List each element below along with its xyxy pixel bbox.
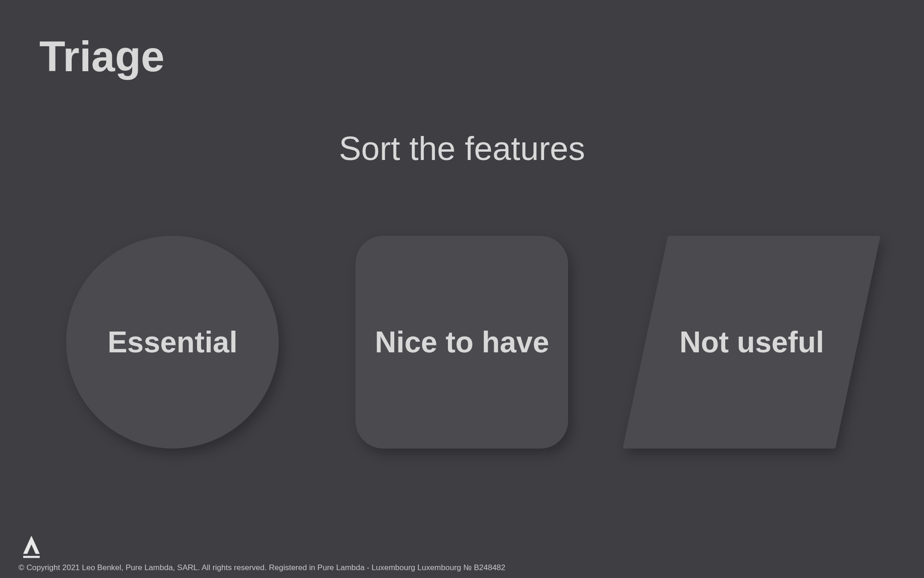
category-nice-to-have: Nice to have xyxy=(355,236,568,449)
category-essential-label: Essential xyxy=(94,325,251,360)
category-not-useful: Not useful xyxy=(623,236,881,449)
categories-row: Essential Nice to have Not useful xyxy=(0,236,924,449)
lambda-logo-icon xyxy=(18,534,44,560)
category-essential: Essential xyxy=(66,236,279,449)
copyright-text: © Copyright 2021 Leo Benkel, Pure Lambda… xyxy=(18,563,505,572)
svg-rect-0 xyxy=(23,556,40,558)
category-not-useful-label: Not useful xyxy=(665,325,838,360)
category-nice-to-have-label: Nice to have xyxy=(361,325,563,360)
slide-subtitle: Sort the features xyxy=(339,129,585,167)
slide-title: Triage xyxy=(39,32,165,81)
